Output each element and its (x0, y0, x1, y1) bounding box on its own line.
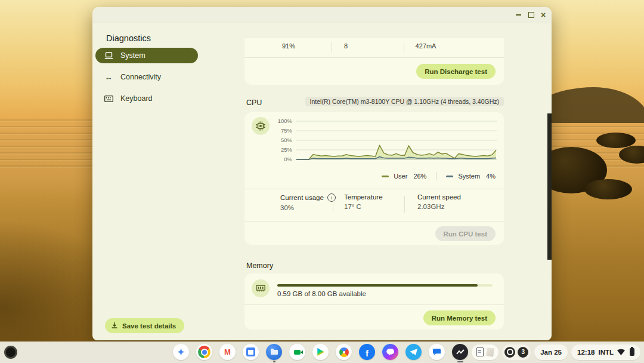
screen-record-indicator-icon[interactable] (504, 347, 515, 358)
download-icon (111, 321, 118, 331)
cpu-chip-badge: Intel(R) Core(TM) m3-8100Y CPU @ 1.10GHz… (305, 97, 504, 106)
run-cpu-test-button[interactable]: Run CPU test (435, 226, 496, 241)
close-button[interactable]: × (538, 10, 548, 20)
memory-ram-icon (252, 279, 270, 297)
wifi-icon (617, 349, 625, 355)
stat-label: Temperature (344, 193, 383, 201)
ytick-0: 0% (268, 156, 292, 162)
ytick-100: 100% (268, 118, 292, 124)
status-tray: 3 Jan 25 12:18 INTL (472, 344, 640, 360)
sidebar-item-label: Keyboard (120, 94, 153, 103)
stat-value: 30% (280, 204, 336, 211)
memory-section-label: Memory (246, 262, 273, 270)
system-legend-name: System (458, 173, 480, 180)
column-divider (333, 196, 333, 213)
main-scroll-area[interactable]: 91% 8 427mA Run Discharge test CPU Intel… (244, 38, 519, 340)
sidebar-item-keyboard[interactable]: Keyboard (95, 91, 203, 106)
current-speed-stat: Current speed 2.03GHz (417, 193, 461, 210)
battery-charge-value: 91% (282, 42, 295, 50)
maximize-button[interactable] (527, 10, 536, 20)
notification-count-label: 3 (521, 349, 525, 355)
page-title: Diagnostics (106, 33, 151, 43)
messenger-icon[interactable] (382, 344, 398, 360)
beach-rock (584, 179, 632, 199)
memory-card: 0.59 GB of 8.00 GB available Run Memory … (244, 273, 504, 330)
laptop-icon (104, 51, 113, 60)
sidebar-item-label: Connectivity (120, 73, 161, 81)
column-divider (332, 42, 332, 53)
quick-settings-pill[interactable]: 12:18 INTL (571, 344, 640, 360)
cpu-card: 100% 75% 50% 25% 0% User 26% System 4% (244, 112, 504, 245)
divider (244, 304, 504, 305)
temperature-stat: Temperature 17° C (344, 193, 383, 210)
user-legend-name: User (394, 173, 407, 180)
system-legend-value: 4% (486, 173, 496, 180)
divider (244, 221, 504, 222)
play-store-icon[interactable] (312, 344, 329, 360)
memory-progress-track (277, 284, 493, 287)
keyboard-icon (104, 94, 113, 103)
notification-counter[interactable]: 3 (518, 347, 528, 358)
run-discharge-test-button[interactable]: Run Discharge test (416, 64, 496, 79)
chrome-icon[interactable] (196, 344, 212, 360)
cpu-usage-chart (296, 119, 497, 162)
document-icon (476, 347, 484, 356)
ytick-25: 25% (268, 146, 292, 153)
shelf-app-icons: M f (173, 344, 468, 360)
arrows-icon: ↔ (104, 72, 113, 82)
run-memory-test-button[interactable]: Run Memory test (423, 310, 496, 325)
save-test-details-label: Save test details (122, 322, 176, 330)
ytick-50: 50% (268, 137, 292, 143)
legend-divider (436, 172, 436, 180)
messenger-dark-icon[interactable] (452, 344, 468, 360)
battery-card: 91% 8 427mA Run Discharge test (244, 38, 504, 85)
sidebar-item-system[interactable]: System (95, 48, 198, 63)
facebook-icon[interactable]: f (359, 344, 375, 360)
meet-icon[interactable] (289, 344, 305, 360)
launcher-button[interactable] (4, 346, 17, 359)
current-usage-stat: Current usagei 30% (280, 193, 336, 211)
stat-value: 17° C (344, 203, 383, 210)
telegram-icon[interactable] (405, 344, 422, 360)
chat-icon[interactable] (429, 344, 445, 360)
calendar-date-pill[interactable]: Jan 25 (534, 344, 568, 360)
column-divider (404, 42, 404, 53)
files-icon[interactable] (266, 344, 282, 360)
cpu-section-label: CPU (246, 99, 262, 107)
scrollbar-thumb[interactable] (547, 113, 552, 260)
keyboard-layout-indicator: INTL (598, 349, 614, 356)
time-label: 12:18 (577, 349, 595, 356)
user-legend-dash (382, 176, 389, 177)
battery-cycle-value: 8 (344, 42, 348, 50)
gmail-icon[interactable]: M (219, 344, 236, 360)
screenshot-thumbnail (487, 347, 494, 356)
assistant-icon[interactable] (173, 344, 189, 360)
screenshot-holding-space[interactable] (472, 344, 499, 360)
column-divider (404, 196, 405, 213)
stat-label: Current usage (280, 194, 324, 201)
sidebar: System ↔ Connectivity Keyboard (95, 48, 203, 112)
sidebar-item-connectivity[interactable]: ↔ Connectivity (95, 69, 203, 85)
user-legend-value: 26% (413, 173, 426, 180)
shelf: M f 3 Jan 25 (0, 342, 644, 363)
memory-progress-fill (277, 284, 478, 287)
date-label: Jan 25 (540, 349, 562, 356)
battery-icon (630, 348, 634, 356)
cpu-chip-icon (252, 117, 270, 135)
info-icon[interactable]: i (327, 193, 336, 202)
diagnostics-window: × Diagnostics System ↔ Connectivity Keyb… (92, 7, 552, 340)
ytick-75: 75% (268, 127, 292, 134)
indicator-cluster[interactable]: 3 (502, 344, 531, 360)
system-legend-dash (446, 176, 453, 177)
stat-value: 2.03GHz (417, 203, 461, 210)
minimize-button[interactable] (513, 10, 523, 20)
save-test-details-button[interactable]: Save test details (105, 318, 184, 333)
screen: × Diagnostics System ↔ Connectivity Keyb… (0, 0, 644, 363)
photos-icon[interactable] (336, 344, 352, 360)
sidebar-item-label: System (120, 51, 145, 60)
battery-current-value: 427mA (416, 42, 436, 50)
news-icon[interactable] (243, 344, 259, 360)
chart-legend: User 26% System 4% (382, 171, 496, 181)
memory-usage-text: 0.59 GB of 8.00 GB available (277, 290, 366, 297)
titlebar[interactable]: × (92, 7, 552, 23)
